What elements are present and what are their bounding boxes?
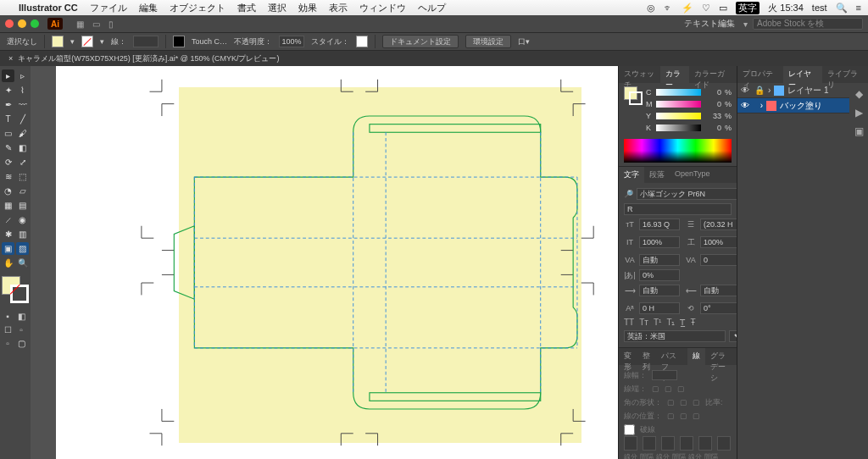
menu-help[interactable]: ヘルプ <box>418 2 446 14</box>
bridge-icon[interactable]: ▦ <box>76 19 84 29</box>
volume-icon[interactable]: ♡ <box>702 3 710 14</box>
mesh-tool[interactable]: ▦ <box>2 199 14 212</box>
menu-effect[interactable]: 効果 <box>298 2 317 14</box>
magic-wand-tool[interactable]: ✦ <box>2 84 14 97</box>
pen-tool[interactable]: ✒ <box>2 98 14 111</box>
join-round-icon[interactable]: ▢ <box>680 398 687 406</box>
draw-behind-icon[interactable]: ▫ <box>2 337 14 349</box>
eraser-tool[interactable]: ◧ <box>16 141 29 154</box>
tab-transform[interactable]: 変形 <box>619 348 637 365</box>
scale-tool[interactable]: ⤢ <box>16 156 29 169</box>
curvature-tool[interactable]: 〰 <box>16 98 29 111</box>
tab-stroke[interactable]: 線 <box>687 348 705 365</box>
brush-tool[interactable]: 🖌 <box>16 127 29 140</box>
canvas-area[interactable] <box>31 66 618 459</box>
wifi-icon[interactable]: ᯤ <box>664 3 673 13</box>
workspace-chevron-icon[interactable]: ▾ <box>743 19 748 29</box>
tab-layers[interactable]: レイヤー <box>783 66 822 83</box>
type-tool[interactable]: T <box>2 113 14 125</box>
language-input[interactable] <box>624 330 726 342</box>
layer-row[interactable]: 👁 › バック塗り ○ <box>737 98 868 113</box>
allcaps-icon[interactable]: TT <box>624 318 634 327</box>
symbol-spray-tool[interactable]: ✱ <box>2 228 14 241</box>
tab-properties[interactable]: プロパティ <box>737 66 783 83</box>
smallcaps-icon[interactable]: Tт <box>639 318 648 327</box>
menu-window[interactable]: ウィンドウ <box>359 2 406 14</box>
panel-icon[interactable]: ◆ <box>855 88 863 100</box>
graph-tool[interactable]: ▥ <box>16 228 29 241</box>
document-tab[interactable]: × キャラメル箱型(W75XD75XH25) [更新済み].ai* @ 150%… <box>0 51 868 66</box>
tab-gradient[interactable]: グラデーシ <box>705 348 737 365</box>
fill-stroke-control[interactable] <box>2 276 29 303</box>
align-center-icon[interactable]: ▢ <box>667 412 675 420</box>
opacity-input[interactable] <box>279 36 304 47</box>
menu-object[interactable]: オブジェクト <box>170 2 225 14</box>
menu-view[interactable]: 表示 <box>329 2 348 14</box>
y-slider[interactable] <box>656 113 701 119</box>
line-tool[interactable]: ╱ <box>16 113 29 125</box>
menu-edit[interactable]: 編集 <box>139 2 158 14</box>
align-inside-icon[interactable]: ▢ <box>680 412 687 420</box>
panel-icon[interactable]: ▣ <box>854 125 864 137</box>
visibility-icon[interactable]: 👁 <box>741 101 751 110</box>
join-bevel-icon[interactable]: ▢ <box>693 398 700 406</box>
doc-setup-button[interactable]: ドキュメント設定 <box>382 35 459 48</box>
lasso-tool[interactable]: ⌇ <box>16 84 29 97</box>
tab-opentype[interactable]: OpenType <box>670 167 715 183</box>
char-rotate-input[interactable] <box>700 302 741 314</box>
color-spectrum[interactable] <box>624 139 732 163</box>
spotlight-icon[interactable]: 🔍 <box>836 3 848 14</box>
tab-color[interactable]: カラー <box>660 66 689 83</box>
layer-name[interactable]: レイヤー 1 <box>787 85 828 97</box>
join-miter-icon[interactable]: ▢ <box>667 398 675 406</box>
layer-name[interactable]: バック塗り <box>780 100 822 112</box>
user-name[interactable]: test <box>812 3 827 13</box>
layer-row[interactable]: 👁 🔒 › レイヤー 1 ○ <box>737 83 868 98</box>
aki-r-input[interactable] <box>700 285 741 296</box>
tab-pathfinder[interactable]: パスファ… <box>656 348 687 365</box>
stroke-swatch[interactable] <box>81 36 93 47</box>
strike-icon[interactable]: Ŧ <box>690 318 695 327</box>
app-name[interactable]: Illustrator CC <box>19 3 78 13</box>
none-mode-icon[interactable]: ☐ <box>2 324 14 335</box>
brush-label[interactable]: Touch C… <box>192 37 227 46</box>
brush-swatch[interactable] <box>173 36 185 47</box>
aki-l-input[interactable] <box>639 285 680 296</box>
gradient-tool[interactable]: ▤ <box>16 199 29 212</box>
stroke-width-input[interactable] <box>652 370 677 380</box>
hscale-input[interactable] <box>700 236 741 248</box>
ime-indicator[interactable]: 英字 <box>736 2 760 14</box>
selection-tool[interactable]: ▸ <box>2 69 14 82</box>
c-slider[interactable] <box>656 89 701 96</box>
arrange2-icon[interactable]: ▯ <box>108 19 114 29</box>
workspace-label[interactable]: テキスト編集 <box>684 18 735 30</box>
superscript-icon[interactable]: T¹ <box>654 318 661 327</box>
perspective-tool[interactable]: ▱ <box>16 185 29 197</box>
dash-checkbox[interactable] <box>624 424 635 435</box>
tab-character[interactable]: 文字 <box>619 167 644 183</box>
font-size-input[interactable] <box>639 218 680 230</box>
m-slider[interactable] <box>656 101 701 108</box>
cap-square-icon[interactable]: ▢ <box>677 384 685 393</box>
baseline-input[interactable] <box>639 302 680 314</box>
vscale-input[interactable] <box>639 236 680 248</box>
canvas[interactable] <box>56 66 618 459</box>
zoom-tool[interactable]: 🔍 <box>16 257 29 269</box>
close-tab-icon[interactable]: × <box>8 54 13 63</box>
menu-extras-icon[interactable]: ≡ <box>856 3 861 13</box>
leading-input[interactable] <box>700 218 741 230</box>
width-tool[interactable]: ≋ <box>2 170 14 183</box>
menu-file[interactable]: ファイル <box>90 2 127 14</box>
underline-icon[interactable]: T̲ <box>680 318 685 327</box>
menu-select[interactable]: 選択 <box>268 2 287 14</box>
blend-tool[interactable]: ◉ <box>16 213 29 226</box>
free-transform-tool[interactable]: ⬚ <box>16 170 29 183</box>
prefs-button[interactable]: 環境設定 <box>465 35 511 48</box>
font-weight-input[interactable] <box>624 203 732 215</box>
visibility-icon[interactable]: 👁 <box>741 86 751 95</box>
kerning-input[interactable] <box>639 254 680 266</box>
direct-select-tool[interactable]: ▹ <box>16 69 29 82</box>
gradient-mode-icon[interactable]: ◧ <box>15 310 27 322</box>
aki-input[interactable] <box>639 269 680 281</box>
arrange-icon[interactable]: ▭ <box>92 19 100 29</box>
